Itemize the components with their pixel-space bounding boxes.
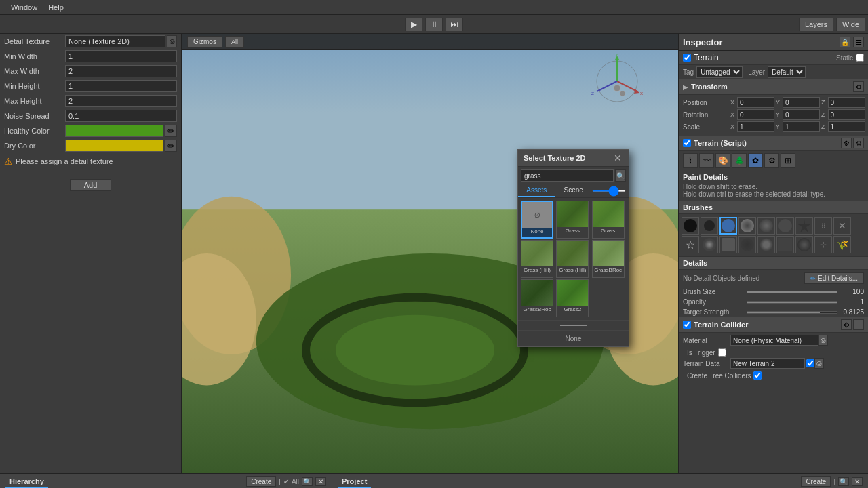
pos-y-input[interactable]	[783, 97, 820, 108]
brush-2[interactable]	[701, 217, 718, 235]
menu-help[interactable]: Help	[43, 3, 69, 12]
max-height-input[interactable]	[65, 95, 177, 107]
hierarchy-create-btn[interactable]: Create	[246, 476, 276, 487]
dry-color-picker[interactable]: ✏	[165, 140, 177, 152]
terrain-collider-checkbox[interactable]	[683, 321, 691, 329]
terrain-tool-details[interactable]: ✿	[748, 153, 763, 168]
transform-settings[interactable]: ⚙	[853, 81, 864, 92]
hierarchy-search-btn[interactable]: 🔍	[302, 477, 313, 486]
project-search-btn[interactable]: 🔍	[838, 477, 849, 486]
rotation-gizmo[interactable]: y x z	[590, 54, 644, 108]
material-input[interactable]	[730, 335, 818, 346]
collider-settings[interactable]: ⚙	[841, 319, 852, 330]
texture-item-none[interactable]: ∅ None	[521, 201, 553, 239]
brush-16[interactable]	[795, 236, 813, 253]
brush-13[interactable]	[738, 236, 756, 253]
healthy-color-picker[interactable]: ✏	[165, 125, 177, 137]
dialog-search-input[interactable]	[521, 169, 614, 182]
brush-8[interactable]: ⠿	[814, 217, 832, 235]
texture-item-grass-hill2[interactable]: Grass (Hill)	[556, 240, 589, 278]
terrain-script-settings2[interactable]: ⚙	[853, 138, 864, 148]
pos-x-input[interactable]	[737, 97, 774, 108]
scale-y-input[interactable]	[783, 121, 820, 132]
rot-y-input[interactable]	[783, 109, 820, 120]
dialog-close-button[interactable]: ✕	[612, 152, 623, 163]
max-width-input[interactable]	[65, 65, 177, 77]
edit-details-button[interactable]: ✏ Edit Details...	[804, 272, 864, 284]
terrain-script-checkbox[interactable]	[683, 139, 691, 147]
play-button[interactable]: ▶	[405, 18, 422, 31]
brush-4[interactable]	[738, 217, 756, 235]
terrain-data-input[interactable]	[730, 358, 805, 369]
brush-17[interactable]: ⊹	[814, 236, 832, 253]
terrain-script-header[interactable]: Terrain (Script) ⚙ ⚙	[679, 136, 868, 151]
terrain-tool-paint-texture[interactable]: 🎨	[715, 153, 730, 168]
brush-6[interactable]	[776, 217, 794, 235]
pause-button[interactable]: ⏸	[425, 18, 443, 31]
dialog-tab-scene[interactable]: Scene	[555, 184, 593, 197]
rot-x-input[interactable]	[737, 109, 774, 120]
detail-texture-input[interactable]	[65, 35, 165, 47]
brush-9[interactable]: ✕	[833, 217, 851, 235]
min-width-input[interactable]	[65, 50, 177, 62]
brush-15[interactable]	[776, 236, 794, 253]
project-close-btn[interactable]: ✕	[852, 477, 863, 486]
inspector-menu-btn[interactable]: ☰	[853, 37, 864, 47]
brush-7[interactable]	[795, 217, 813, 235]
is-trigger-checkbox[interactable]	[718, 348, 726, 357]
gizmos-button[interactable]: Gizmos	[187, 36, 222, 48]
terrain-tool-paint-height[interactable]: ⌇	[683, 153, 698, 168]
terrain-script-settings1[interactable]: ⚙	[841, 138, 852, 148]
detail-texture-browse[interactable]: ◎	[167, 35, 177, 47]
terrain-tool-settings[interactable]: ⚙	[764, 153, 779, 168]
min-height-input[interactable]	[65, 80, 177, 92]
pos-z-input[interactable]	[828, 97, 865, 108]
hierarchy-tab[interactable]: Hierarchy	[5, 476, 48, 488]
all-button[interactable]: All	[225, 36, 244, 48]
texture-item-grass-roc2[interactable]: GrassBRoc	[521, 279, 553, 317]
scale-z-input[interactable]	[828, 121, 865, 132]
texture-item-grass3[interactable]: Grass2	[556, 279, 589, 317]
healthy-color-swatch[interactable]	[65, 125, 163, 137]
texture-item-grass1[interactable]: Grass	[556, 201, 589, 239]
brush-size-track[interactable]	[747, 291, 837, 293]
project-create-btn[interactable]: Create	[801, 476, 831, 487]
material-pick-btn[interactable]: ◎	[818, 335, 828, 346]
wide-dropdown[interactable]: Wide	[836, 18, 865, 31]
scale-x-input[interactable]	[737, 121, 774, 132]
terrain-data-pick-btn[interactable]: ◎	[814, 358, 824, 369]
brush-5[interactable]	[757, 217, 775, 235]
dry-color-swatch[interactable]	[65, 140, 163, 152]
brush-14[interactable]	[757, 236, 775, 253]
static-checkbox[interactable]	[856, 54, 864, 62]
terrain-collider-header[interactable]: Terrain Collider ⚙ ☰	[679, 317, 868, 333]
terrain-data-checkbox[interactable]	[806, 359, 814, 367]
dialog-size-slider[interactable]	[592, 190, 626, 192]
tag-select[interactable]: Untagged	[696, 66, 743, 78]
texture-item-grass-hill1[interactable]: Grass (Hill)	[521, 240, 553, 278]
create-tree-checkbox[interactable]	[753, 371, 762, 380]
brush-1[interactable]	[682, 217, 699, 235]
menu-window[interactable]: Window	[5, 3, 43, 12]
terrain-tool-extra[interactable]: ⊞	[781, 153, 795, 168]
brush-3[interactable]	[719, 217, 737, 235]
center-viewport[interactable]: Gizmos All y x z	[182, 34, 678, 473]
brush-18[interactable]: 🌾	[833, 236, 851, 253]
brush-12[interactable]	[719, 236, 737, 253]
dialog-tab-assets[interactable]: Assets	[518, 184, 555, 197]
layers-dropdown[interactable]: Layers	[799, 18, 833, 31]
terrain-tool-smooth[interactable]: 〰	[699, 153, 714, 168]
inspector-lock-btn[interactable]: 🔒	[840, 37, 850, 47]
noise-spread-input[interactable]	[65, 110, 177, 122]
project-tab[interactable]: Project	[338, 476, 371, 488]
terrain-active-checkbox[interactable]	[683, 54, 691, 62]
rot-z-input[interactable]	[828, 109, 865, 120]
texture-item-grass2[interactable]: Grass	[592, 201, 625, 239]
step-button[interactable]: ⏭	[446, 18, 463, 31]
dialog-search-icon[interactable]: 🔍	[615, 169, 626, 182]
target-strength-track[interactable]	[747, 311, 837, 314]
add-button[interactable]: Add	[70, 179, 112, 191]
opacity-track[interactable]	[747, 301, 837, 304]
texture-item-grass-roc1[interactable]: GrassBRoc	[592, 240, 625, 278]
hierarchy-close-btn[interactable]: ✕	[315, 477, 326, 486]
